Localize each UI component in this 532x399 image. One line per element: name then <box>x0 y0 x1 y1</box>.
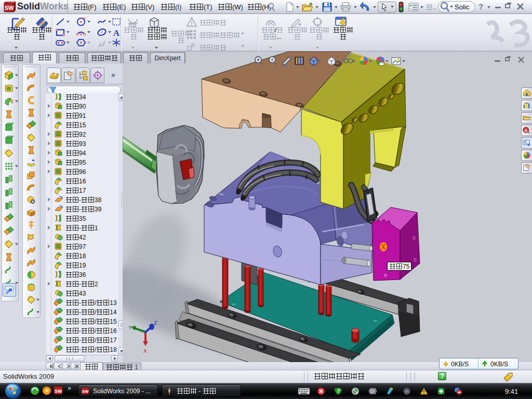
svg-text:X: X <box>143 348 147 354</box>
svg-text:SW: SW <box>55 389 62 394</box>
svg-text:S: S <box>525 128 528 133</box>
svg-text:SW: SW <box>82 389 89 394</box>
svg-text:Z: Z <box>154 320 157 326</box>
svg-text:Y: Y <box>128 325 132 331</box>
